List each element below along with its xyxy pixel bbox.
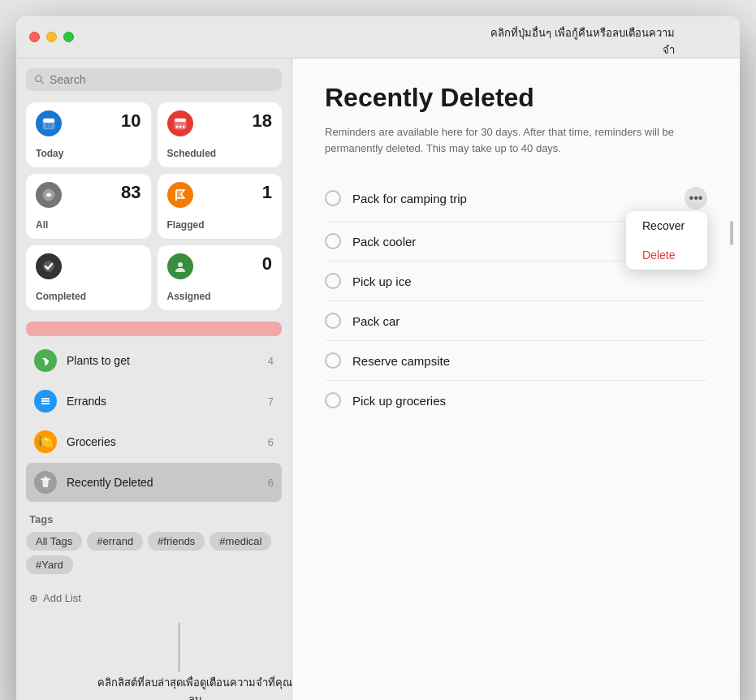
search-input[interactable] [50, 73, 274, 86]
svg-point-14 [178, 262, 183, 267]
detail-description: Reminders are available here for 30 days… [325, 124, 707, 156]
annotation-bottom: คลิกลิสต์ที่ลบล่าสุดเพื่อดูเตือนความจำที… [97, 674, 292, 700]
tag-friends[interactable]: #friends [148, 532, 205, 551]
annotation-line-bottom [179, 623, 179, 672]
reminder-checkbox-6[interactable] [325, 392, 341, 408]
reminder-checkbox-2[interactable] [325, 233, 341, 249]
smart-list-all[interactable]: 83 All [26, 174, 151, 239]
custom-lists: Plants to get 4 Errands 7 🍋 Groceries 6 [26, 322, 282, 502]
errands-count: 7 [268, 395, 274, 408]
sidebar: 10 10 Today 18 Scheduled 83 [16, 58, 292, 700]
add-list-label: Add List [43, 592, 81, 604]
recently-deleted-count: 6 [268, 477, 274, 489]
reminder-checkbox-3[interactable] [325, 273, 341, 289]
delete-button[interactable]: Delete [626, 240, 707, 270]
maximize-button[interactable] [63, 32, 74, 42]
scheduled-icon [167, 110, 193, 136]
assigned-icon [167, 253, 193, 279]
smart-list-assigned[interactable]: 0 Assigned [158, 245, 283, 310]
svg-point-9 [182, 126, 184, 128]
today-count: 10 [121, 110, 140, 132]
reminder-checkbox-1[interactable] [325, 190, 341, 206]
reminder-checkbox-5[interactable] [325, 352, 341, 369]
smart-list-today[interactable]: 10 10 Today [26, 102, 151, 167]
plus-icon: ⊕ [29, 592, 38, 604]
reminder-item-6: Pick up groceries [325, 381, 707, 420]
svg-point-11 [47, 193, 50, 197]
groceries-icon: 🍋 [34, 430, 57, 453]
svg-text:10: 10 [45, 123, 52, 128]
reminder-text-1: Pack for camping trip [352, 192, 685, 205]
scheduled-count: 18 [253, 110, 272, 132]
more-button-1[interactable]: ••• [685, 187, 707, 210]
errands-name: Errands [67, 395, 258, 408]
svg-line-1 [41, 81, 43, 84]
traffic-lights [29, 32, 74, 42]
reminder-list: Pack for camping trip ••• Recover Delete… [325, 175, 707, 420]
svg-point-8 [179, 126, 181, 128]
annotation-top: คลิกที่ปุ่มอื่นๆ เพื่อกู้คืนหรือลบเตือนค… [480, 24, 675, 58]
flagged-label: Flagged [167, 219, 273, 231]
svg-rect-6 [175, 119, 186, 122]
reminder-checkbox-4[interactable] [325, 313, 341, 329]
smart-list-scheduled[interactable]: 18 Scheduled [158, 102, 283, 167]
reminder-text-4: Pack car [352, 314, 707, 328]
today-label: Today [36, 148, 141, 159]
errands-icon [34, 390, 57, 413]
tags-section: Tags All Tags #errand #friends #medical … [26, 513, 282, 574]
all-count: 83 [121, 182, 140, 203]
app-window: คลิกที่ปุ่มอื่นๆ เพื่อกู้คืนหรือลบเตือนค… [16, 16, 740, 700]
add-list-button[interactable]: ⊕ Add List [26, 585, 282, 611]
recently-deleted-icon [34, 471, 57, 494]
tag-yard[interactable]: #Yard [26, 555, 73, 574]
today-icon: 10 [36, 110, 62, 136]
tag-medical[interactable]: #medical [210, 532, 271, 551]
tag-all-tags[interactable]: All Tags [26, 532, 82, 551]
partial-list-item [26, 322, 282, 336]
list-item-errands[interactable]: Errands 7 [26, 382, 282, 421]
scrollbar[interactable] [730, 221, 733, 245]
flagged-icon [167, 182, 193, 208]
tags-grid: All Tags #errand #friends #medical #Yard [26, 532, 282, 574]
reminder-text-3: Pick up ice [352, 274, 707, 288]
search-icon [34, 74, 45, 85]
tag-errand[interactable]: #errand [87, 532, 143, 551]
detail-title: Recently Deleted [325, 83, 707, 113]
main-content: 10 10 Today 18 Scheduled 83 [16, 58, 740, 700]
reminder-text-6: Pick up groceries [352, 394, 707, 408]
assigned-label: Assigned [167, 291, 273, 302]
recently-deleted-name: Recently Deleted [67, 476, 258, 489]
smart-list-completed[interactable]: Completed [26, 245, 151, 310]
assigned-count: 0 [262, 253, 272, 274]
all-icon [36, 182, 62, 208]
list-item-groceries[interactable]: 🍋 Groceries 6 [26, 422, 282, 461]
all-label: All [36, 219, 141, 231]
recover-button[interactable]: Recover [626, 211, 707, 240]
detail-pane: Recently Deleted Reminders are available… [292, 58, 740, 700]
plants-count: 4 [268, 355, 274, 367]
groceries-count: 6 [268, 436, 274, 448]
minimize-button[interactable] [46, 32, 57, 42]
reminder-item-5: Reserve campsite [325, 341, 707, 381]
tags-header: Tags [26, 513, 282, 525]
reminder-item-4: Pack car [325, 301, 707, 341]
list-item-plants[interactable]: Plants to get 4 [26, 341, 282, 380]
plants-name: Plants to get [67, 354, 258, 367]
smart-list-flagged[interactable]: 1 Flagged [158, 174, 283, 239]
search-bar[interactable] [26, 68, 282, 91]
popover-menu: Recover Delete [626, 211, 707, 270]
list-item-recently-deleted[interactable]: Recently Deleted 6 [26, 463, 282, 502]
flagged-count: 1 [262, 182, 272, 203]
svg-point-7 [175, 126, 178, 128]
close-button[interactable] [29, 32, 40, 42]
smart-lists: 10 10 Today 18 Scheduled 83 [26, 102, 282, 310]
reminder-item-1: Pack for camping trip ••• Recover Delete [325, 175, 707, 222]
scheduled-label: Scheduled [167, 148, 273, 159]
groceries-name: Groceries [67, 435, 258, 448]
completed-icon [36, 253, 62, 279]
plants-icon [34, 349, 57, 372]
reminder-text-5: Reserve campsite [352, 354, 707, 368]
completed-label: Completed [36, 291, 141, 302]
